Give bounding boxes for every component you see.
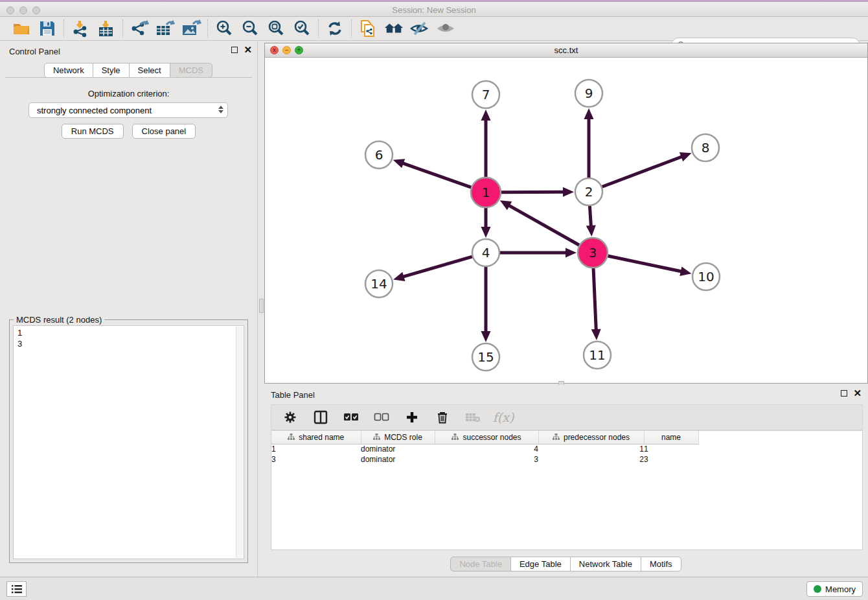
function-icon[interactable]: f(x) — [495, 409, 512, 426]
add-icon[interactable] — [404, 409, 420, 426]
tab-motifs[interactable]: Motifs — [641, 557, 681, 571]
graph-node[interactable]: 9 — [575, 80, 602, 107]
hierarchy-icon — [553, 433, 560, 441]
show-details-icon[interactable] — [435, 19, 456, 38]
graph-node[interactable]: 4 — [472, 239, 499, 266]
graph-node[interactable]: 14 — [365, 270, 393, 297]
open-file-icon[interactable] — [11, 19, 32, 38]
memory-label: Memory — [825, 584, 856, 594]
column-header-mcds-role[interactable]: MCDS role — [361, 431, 435, 444]
column-header-shared-name[interactable]: shared name — [271, 431, 361, 444]
column-header-predecessor-nodes[interactable]: predecessor nodes — [538, 431, 644, 444]
cell-predecessor-nodes[interactable]: 1 — [538, 444, 644, 454]
vertical-splitter[interactable] — [257, 41, 264, 577]
criterion-value: strongly connected component — [37, 106, 152, 115]
graph-node[interactable]: 11 — [584, 341, 611, 369]
svg-text:9: 9 — [585, 86, 593, 101]
close-table-panel-icon[interactable]: ✕ — [853, 390, 862, 397]
hierarchy-icon — [451, 433, 459, 441]
zoom-out-icon[interactable] — [240, 19, 260, 38]
clone-network-icon[interactable] — [358, 19, 378, 38]
cell-name[interactable]: 3 — [644, 454, 698, 465]
delete-table-icon[interactable] — [464, 409, 481, 426]
save-icon[interactable] — [37, 19, 58, 38]
splitter-grip[interactable] — [259, 299, 264, 313]
float-table-panel-icon[interactable] — [841, 390, 847, 397]
network-view-window: x – + scc.txt 7968124314101511 — [264, 43, 868, 384]
graph-node[interactable]: 7 — [472, 81, 499, 108]
export-table-icon[interactable] — [155, 19, 176, 38]
column-header-name[interactable]: name — [644, 431, 698, 444]
network-canvas[interactable]: 7968124314101511 — [265, 58, 867, 383]
table-header-row: shared name MCDS role successor nodes pr… — [271, 431, 698, 444]
close-panel-button[interactable]: Close panel — [132, 124, 196, 139]
table-panel: Table Panel ✕ — [264, 385, 868, 577]
cell-name[interactable]: 1 — [644, 444, 698, 454]
graph-node[interactable]: 15 — [472, 343, 499, 371]
graph-node[interactable]: 6 — [365, 141, 393, 168]
optimization-criterion-label: Optimization criterion: — [0, 89, 257, 98]
svg-text:6: 6 — [375, 147, 383, 163]
refresh-icon[interactable] — [325, 19, 345, 38]
hierarchy-icon — [288, 433, 295, 441]
import-table-icon[interactable] — [96, 19, 117, 38]
table-toolbar: f(x) — [271, 404, 863, 430]
network-window-titlebar[interactable]: x – + scc.txt — [265, 43, 867, 58]
task-history-button[interactable] — [6, 581, 27, 597]
cell-successor-nodes[interactable]: 4 — [435, 444, 538, 454]
window-title: Session: New Session — [0, 5, 868, 15]
hierarchy-icon — [373, 433, 380, 441]
hide-details-icon[interactable] — [409, 19, 430, 38]
result-scrollbar[interactable] — [236, 327, 243, 558]
import-network-icon[interactable] — [70, 19, 91, 38]
tab-network-table[interactable]: Network Table — [570, 557, 641, 571]
tab-mcds[interactable]: MCDS — [170, 63, 212, 78]
home-overview-icon[interactable] — [383, 19, 404, 38]
cell-predecessor-nodes[interactable]: 2 — [538, 454, 644, 465]
zoom-fit-icon[interactable] — [266, 19, 286, 38]
zoom-in-icon[interactable] — [214, 19, 234, 38]
tab-select[interactable]: Select — [129, 63, 170, 78]
svg-text:4: 4 — [482, 245, 490, 260]
graph-node[interactable]: 8 — [692, 134, 719, 161]
export-image-icon[interactable] — [181, 19, 201, 38]
svg-text:8: 8 — [702, 140, 710, 156]
graph-node[interactable]: 2 — [575, 178, 602, 205]
memory-button[interactable]: Memory — [806, 581, 863, 597]
main-toolbar — [0, 17, 868, 41]
cell-shared-name[interactable]: 1 — [271, 444, 361, 454]
cell-successor-nodes[interactable]: 3 — [435, 454, 538, 465]
cell-mcds-role[interactable]: dominator — [361, 454, 435, 465]
float-panel-icon[interactable] — [231, 47, 238, 53]
export-network-icon[interactable] — [129, 19, 150, 38]
tab-network[interactable]: Network — [44, 63, 93, 78]
control-panel: Control Panel ✕ Network Style Select MCD… — [0, 41, 257, 577]
tab-style[interactable]: Style — [93, 63, 130, 78]
trash-icon[interactable] — [434, 409, 451, 426]
tab-node-table[interactable]: Node Table — [450, 557, 511, 571]
table-row[interactable]: 3 dominator 3 2 3 — [271, 454, 698, 465]
graph-node[interactable]: 10 — [692, 263, 720, 290]
cell-mcds-role[interactable]: dominator — [361, 444, 435, 454]
graph-node[interactable]: 3 — [578, 238, 608, 268]
select-all-icon[interactable] — [343, 409, 360, 426]
gear-icon[interactable] — [282, 409, 299, 426]
mcds-result-area[interactable]: 1 3 — [13, 325, 244, 559]
run-mcds-button[interactable]: Run MCDS — [62, 124, 124, 139]
mcds-result-text: 1 3 — [17, 327, 233, 557]
graph-node[interactable]: 1 — [471, 178, 501, 207]
columns-icon[interactable] — [312, 409, 329, 426]
close-panel-icon[interactable]: ✕ — [244, 47, 252, 53]
memory-status-icon — [814, 585, 821, 593]
table-row[interactable]: 1 dominator 4 1 1 — [271, 444, 698, 454]
column-header-successor-nodes[interactable]: successor nodes — [435, 431, 538, 444]
deselect-all-icon[interactable] — [373, 409, 390, 426]
zoom-selected-icon[interactable] — [291, 19, 312, 38]
cell-shared-name[interactable]: 3 — [271, 454, 361, 465]
criterion-select[interactable]: strongly connected component — [29, 102, 228, 118]
tab-edge-table[interactable]: Edge Table — [510, 557, 571, 571]
application-window: Session: New Session — [0, 0, 868, 600]
svg-text:1: 1 — [482, 185, 490, 200]
select-stepper-icon — [218, 106, 223, 113]
mcds-result-title: MCDS result (2 nodes) — [14, 315, 104, 325]
